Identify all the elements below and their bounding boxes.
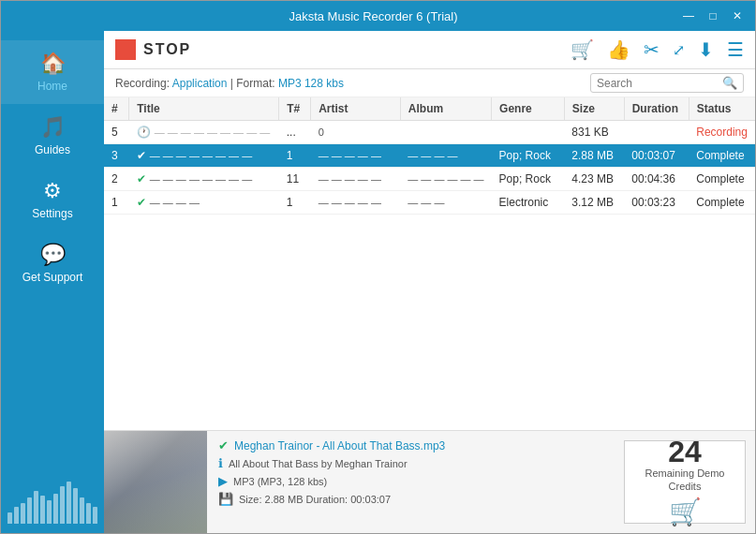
window-controls: — □ ✕ xyxy=(680,7,746,24)
track-info: ✔ Meghan Trainor - All About That Bass.m… xyxy=(207,431,615,533)
table-header-row: # Title T# Artist Album Genre Size Durat… xyxy=(104,97,755,121)
window-title: Jaksta Music Recorder 6 (Trial) xyxy=(67,9,680,23)
cell-genre: Pop; Rock xyxy=(492,168,565,191)
chart-bar xyxy=(67,482,71,524)
chart-bar xyxy=(60,486,65,524)
table-row[interactable]: 2 ✔ — — — — — — — — 11 — — — — — — — — —… xyxy=(104,168,755,191)
col-header-track: T# xyxy=(279,97,311,121)
cell-status: Complete xyxy=(689,168,755,191)
menu-icon[interactable]: ☰ xyxy=(727,38,744,61)
cell-size: 831 KB xyxy=(564,121,624,144)
sidebar-label-settings: Settings xyxy=(32,207,72,220)
cart-icon[interactable]: 🛒 xyxy=(571,38,594,61)
cell-size: 3.12 MB xyxy=(564,191,624,215)
search-box[interactable]: 🔍 xyxy=(590,73,744,93)
table-row[interactable]: 5 🕐 — — — — — — — — — ... 0 831 KB Recor… xyxy=(104,121,755,144)
cell-title: ✔ — — — — — — — — xyxy=(129,144,279,167)
row-clock-icon: 🕐 xyxy=(137,126,151,139)
sidebar-item-guides[interactable]: 🎵 Guides xyxy=(1,104,104,168)
chart-bar xyxy=(14,507,19,524)
cell-artist: — — — — — xyxy=(311,191,401,215)
credits-label: Remaining Demo Credits xyxy=(632,467,737,494)
home-icon: 🏠 xyxy=(40,52,66,76)
guides-icon: 🎵 xyxy=(40,115,66,140)
cell-num: 3 xyxy=(104,144,129,168)
col-header-title: Title xyxy=(129,97,279,121)
chart-bar xyxy=(40,496,45,524)
sidebar-item-settings[interactable]: ⚙ Settings xyxy=(1,168,104,231)
table-body: 5 🕐 — — — — — — — — — ... 0 831 KB Recor… xyxy=(104,121,755,215)
sidebar: 🏠 Home 🎵 Guides ⚙ Settings 💬 Get Support xyxy=(1,31,104,533)
chart-bar xyxy=(7,512,12,524)
sidebar-label-home: Home xyxy=(37,80,67,93)
col-header-genre: Genre xyxy=(492,97,565,121)
track-play-icon: ▶ xyxy=(218,474,228,488)
cell-artist: 0 xyxy=(311,121,401,144)
album-art-overlay xyxy=(104,431,207,533)
credits-box: 24 Remaining Demo Credits 🛒 xyxy=(624,440,746,524)
cell-artist: — — — — — xyxy=(311,168,401,191)
track-subtitle: All About That Bass by Meghan Trainor xyxy=(229,458,408,469)
cell-album xyxy=(400,121,491,144)
credits-cart-icon[interactable]: 🛒 xyxy=(669,497,702,527)
track-subtitle-row: ℹ All About That Bass by Meghan Trainor xyxy=(218,456,603,470)
chart-bar xyxy=(86,503,91,524)
download-icon[interactable]: ⬇ xyxy=(698,38,714,61)
recordings-table-area: # Title T# Artist Album Genre Size Durat… xyxy=(104,97,755,430)
album-art xyxy=(104,431,207,533)
close-button[interactable]: ✕ xyxy=(729,7,746,24)
col-header-size: Size xyxy=(564,97,624,121)
title-bar: Jaksta Music Recorder 6 (Trial) — □ ✕ xyxy=(1,1,755,31)
table-row[interactable]: 3 ✔ — — — — — — — — 1 — — — — — — — — — … xyxy=(104,144,755,168)
cell-title: ✔ — — — — — — — — xyxy=(129,168,279,190)
scissors-icon[interactable]: ✂ xyxy=(644,38,660,61)
cell-num: 1 xyxy=(104,191,129,215)
minimize-button[interactable]: — xyxy=(680,7,697,24)
cell-duration: 00:03:07 xyxy=(624,144,689,168)
cell-album: — — — xyxy=(400,191,491,215)
stop-button[interactable]: STOP xyxy=(115,39,191,60)
chart-bar xyxy=(53,494,58,524)
track-size-row: 💾 Size: 2.88 MB Duration: 00:03:07 xyxy=(218,492,603,506)
recording-format: MP3 128 kbs xyxy=(278,77,344,90)
cell-title: ✔ — — — — xyxy=(129,191,279,214)
settings-icon: ⚙ xyxy=(43,179,62,203)
search-input[interactable] xyxy=(597,77,719,90)
cell-size: 2.88 MB xyxy=(564,144,624,168)
col-header-status: Status xyxy=(689,97,755,121)
sidebar-chart xyxy=(1,477,105,533)
support-icon: 💬 xyxy=(40,243,66,267)
info-bar: Recording: Application | Format: MP3 128… xyxy=(104,69,755,97)
cell-genre xyxy=(492,121,565,144)
content-area: STOP 🛒 👍 ✂ ⤢ ⬇ ☰ Recording: Application … xyxy=(104,31,755,533)
app-window: Jaksta Music Recorder 6 (Trial) — □ ✕ 🏠 … xyxy=(0,0,756,534)
recording-info: Recording: Application | Format: MP3 128… xyxy=(115,77,344,90)
sidebar-item-home[interactable]: 🏠 Home xyxy=(1,40,104,104)
chart-bar xyxy=(47,500,52,524)
main-layout: 🏠 Home 🎵 Guides ⚙ Settings 💬 Get Support xyxy=(1,31,755,533)
track-check-icon: ✔ xyxy=(218,438,229,452)
expand-icon[interactable]: ⤢ xyxy=(673,41,685,59)
bottom-panel: ✔ Meghan Trainor - All About That Bass.m… xyxy=(104,430,755,533)
table-row[interactable]: 1 ✔ — — — — 1 — — — — — — — — Electronic… xyxy=(104,191,755,215)
search-icon: 🔍 xyxy=(722,76,737,90)
recordings-table: # Title T# Artist Album Genre Size Durat… xyxy=(104,97,755,215)
cell-status: Complete xyxy=(689,144,755,168)
cell-track: ... xyxy=(279,121,311,144)
thumbsup-icon[interactable]: 👍 xyxy=(607,38,630,61)
cell-duration: 00:04:36 xyxy=(624,168,689,191)
track-size-duration: Size: 2.88 MB Duration: 00:03:07 xyxy=(239,494,391,505)
row-check-icon: ✔ xyxy=(137,149,146,162)
track-title-row: ✔ Meghan Trainor - All About That Bass.m… xyxy=(218,438,603,452)
cell-track: 1 xyxy=(279,144,311,168)
maximize-button[interactable]: □ xyxy=(704,7,721,24)
sidebar-item-support[interactable]: 💬 Get Support xyxy=(1,231,104,295)
cell-duration xyxy=(624,121,689,144)
chart-bar xyxy=(34,491,38,524)
row-check-icon: ✔ xyxy=(137,172,146,185)
stop-icon xyxy=(115,39,136,60)
toolbar: STOP 🛒 👍 ✂ ⤢ ⬇ ☰ xyxy=(104,31,755,69)
col-header-num: # xyxy=(104,97,129,121)
chart-bar xyxy=(73,488,78,524)
cell-album: — — — — — — xyxy=(400,168,491,191)
